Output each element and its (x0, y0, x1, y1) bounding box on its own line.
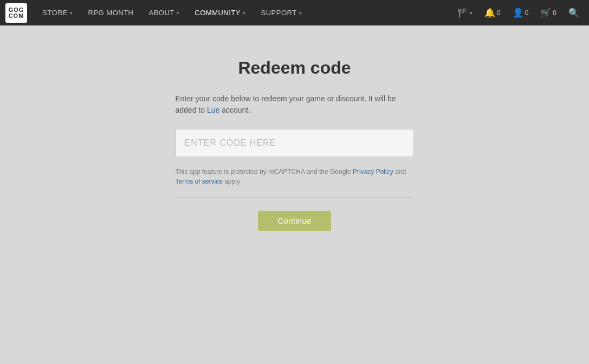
nav-label-community: COMMUNITY (195, 9, 241, 17)
chevron-down-icon: ▾ (470, 10, 473, 16)
cart-icon: 🛒 (540, 8, 551, 18)
code-input[interactable] (176, 129, 414, 157)
chevron-down-icon: ▾ (243, 10, 246, 16)
search-icon: 🔍 (568, 8, 579, 18)
continue-button[interactable]: Continue (258, 211, 331, 231)
notifications-button[interactable]: 🔔 0 (480, 0, 505, 25)
username-text: Lue (207, 106, 219, 114)
nav-item-support[interactable]: SUPPORT ▾ (253, 0, 309, 25)
privacy-policy-link[interactable]: Privacy Policy (353, 168, 393, 176)
nav-label-support: SUPPORT (261, 9, 296, 17)
chevron-down-icon: ▾ (177, 10, 180, 16)
page-title: Redeem code (238, 58, 351, 78)
recaptcha-notice: This app feature is protected by reCAPTC… (176, 167, 414, 186)
nav-label-rpgmonth: RPG MONTH (88, 9, 134, 17)
recaptcha-middle: and (393, 168, 406, 176)
nav-right: 🏴 ▾ 🔔 0 👤 0 🛒 0 🔍 (453, 0, 584, 25)
nav-item-store[interactable]: STORE ▾ (35, 0, 81, 25)
flag-icon: 🏴 (457, 8, 468, 18)
recaptcha-after: apply (223, 178, 240, 185)
logo[interactable]: GOG COM (5, 3, 27, 23)
terms-of-service-link[interactable]: Terms of service (176, 178, 223, 185)
nav-label-store: STORE (42, 9, 68, 17)
nav-item-rpgmonth[interactable]: RPG MONTH (81, 0, 141, 25)
description-text: Enter your code below to redeem your gam… (176, 93, 414, 116)
recaptcha-text-before: This app feature is protected by reCAPTC… (176, 168, 353, 176)
description-part2: account. (219, 106, 250, 114)
notification-count: 0 (497, 9, 501, 17)
nav-label-about: ABOUT (149, 9, 174, 17)
user-icon: 👤 (513, 8, 523, 18)
chevron-down-icon: ▾ (70, 10, 73, 16)
nav-item-community[interactable]: COMMUNITY ▾ (187, 0, 253, 25)
logo-text-top: GOG (9, 7, 24, 13)
navbar: GOG COM STORE ▾ RPG MONTH ABOUT ▾ COMMUN… (0, 0, 589, 25)
chevron-down-icon: ▾ (299, 10, 302, 16)
cart-count: 0 (553, 9, 556, 17)
bell-icon: 🔔 (484, 8, 495, 18)
flag-dropdown[interactable]: 🏴 ▾ (453, 0, 477, 25)
redeem-container: Redeem code Enter your code below to red… (176, 58, 414, 231)
logo-text-bottom: COM (9, 13, 24, 19)
nav-item-about[interactable]: ABOUT ▾ (141, 0, 187, 25)
user-button[interactable]: 👤 0 (508, 0, 533, 25)
divider (176, 197, 414, 198)
search-button[interactable]: 🔍 (564, 0, 584, 25)
nav-items: STORE ▾ RPG MONTH ABOUT ▾ COMMUNITY ▾ SU… (35, 0, 453, 25)
cart-button[interactable]: 🛒 0 (536, 0, 561, 25)
user-count: 0 (525, 9, 529, 17)
main-content: Redeem code Enter your code below to red… (0, 25, 589, 231)
